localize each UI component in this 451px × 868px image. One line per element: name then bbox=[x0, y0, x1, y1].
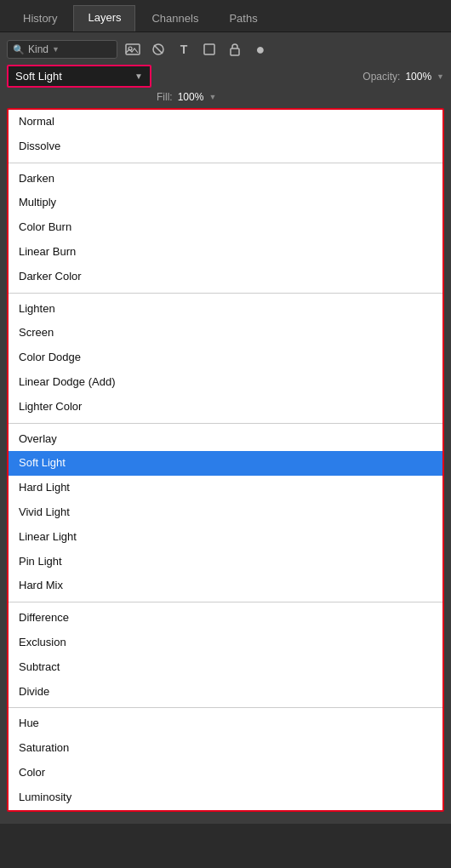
separator-3 bbox=[9, 423, 442, 424]
blend-hard-light[interactable]: Hard Light bbox=[9, 476, 442, 500]
fill-row: Fill: 100% ▼ bbox=[7, 91, 444, 103]
separator-2 bbox=[9, 293, 442, 294]
blend-darken[interactable]: Darken bbox=[9, 167, 442, 191]
separator-1 bbox=[9, 163, 442, 163]
lock-filter-icon[interactable] bbox=[225, 39, 245, 60]
tab-history[interactable]: History bbox=[9, 6, 71, 31]
blend-soft-light[interactable]: Soft Light bbox=[9, 451, 442, 476]
tab-channels[interactable]: Channels bbox=[137, 6, 213, 31]
opacity-controls: Opacity: 100% ▼ bbox=[363, 71, 444, 83]
svg-rect-4 bbox=[204, 44, 214, 54]
blend-subtract[interactable]: Subtract bbox=[9, 655, 442, 680]
opacity-value[interactable]: 100% bbox=[405, 71, 431, 83]
blend-color-burn[interactable]: Color Burn bbox=[9, 215, 442, 240]
blend-multiply[interactable]: Multiply bbox=[9, 191, 442, 215]
search-row: 🔍 Kind ▼ T ● bbox=[7, 39, 444, 60]
blend-mode-menu: Normal Dissolve Darken Multiply Color Bu… bbox=[7, 108, 444, 812]
blend-color[interactable]: Color bbox=[9, 761, 442, 785]
blend-saturation[interactable]: Saturation bbox=[9, 736, 442, 761]
opacity-label: Opacity: bbox=[363, 71, 400, 83]
blend-dissolve[interactable]: Dissolve bbox=[9, 134, 442, 159]
fill-filter-icon[interactable]: ● bbox=[250, 39, 271, 60]
blend-lighter-color[interactable]: Lighter Color bbox=[9, 395, 442, 420]
blend-exclusion[interactable]: Exclusion bbox=[9, 631, 442, 655]
blend-linear-burn[interactable]: Linear Burn bbox=[9, 240, 442, 265]
blend-linear-light[interactable]: Linear Light bbox=[9, 525, 442, 550]
separator-5 bbox=[9, 707, 442, 708]
blend-divide[interactable]: Divide bbox=[9, 680, 442, 705]
fill-arrow: ▼ bbox=[208, 93, 216, 101]
tab-paths[interactable]: Paths bbox=[214, 6, 271, 31]
search-icon: 🔍 bbox=[13, 44, 25, 55]
layers-panel: 🔍 Kind ▼ T ● Soft Light ▼ Opacity: 100% … bbox=[0, 32, 451, 824]
blend-lighten[interactable]: Lighten bbox=[9, 297, 442, 322]
blend-opacity-group: Soft Light ▼ Opacity: 100% ▼ bbox=[7, 65, 444, 88]
image-filter-icon[interactable] bbox=[123, 39, 143, 60]
blend-vivid-light[interactable]: Vivid Light bbox=[9, 500, 442, 525]
search-label: Kind bbox=[28, 43, 49, 55]
text-filter-icon[interactable]: T bbox=[174, 39, 194, 60]
blend-luminosity[interactable]: Luminosity bbox=[9, 785, 442, 810]
separator-4 bbox=[9, 602, 442, 602]
dropdown-arrow: ▼ bbox=[134, 71, 143, 81]
search-box[interactable]: 🔍 Kind ▼ bbox=[7, 40, 117, 59]
blend-overlay[interactable]: Overlay bbox=[9, 427, 442, 452]
blend-pin-light[interactable]: Pin Light bbox=[9, 550, 442, 574]
blend-hue[interactable]: Hue bbox=[9, 711, 442, 736]
blend-mode-label: Soft Light bbox=[15, 70, 62, 83]
fill-value[interactable]: 100% bbox=[178, 91, 204, 103]
layer-canvas bbox=[0, 824, 451, 868]
blend-darker-color[interactable]: Darker Color bbox=[9, 265, 442, 289]
svg-rect-5 bbox=[231, 49, 239, 55]
search-chevron: ▼ bbox=[52, 45, 60, 54]
blend-difference[interactable]: Difference bbox=[9, 606, 442, 631]
shape-filter-icon[interactable] bbox=[199, 39, 220, 60]
blend-color-dodge[interactable]: Color Dodge bbox=[9, 345, 442, 370]
tab-bar: History Layers Channels Paths bbox=[0, 0, 451, 32]
blend-screen[interactable]: Screen bbox=[9, 321, 442, 345]
blend-mode-dropdown[interactable]: Soft Light ▼ bbox=[7, 65, 151, 88]
blend-hard-mix[interactable]: Hard Mix bbox=[9, 574, 442, 598]
opacity-arrow: ▼ bbox=[437, 72, 444, 81]
blend-normal[interactable]: Normal bbox=[9, 110, 442, 134]
fill-label: Fill: bbox=[157, 91, 173, 103]
svg-line-3 bbox=[154, 45, 163, 54]
tab-layers[interactable]: Layers bbox=[73, 5, 135, 31]
blend-linear-dodge[interactable]: Linear Dodge (Add) bbox=[9, 370, 442, 395]
circle-slash-icon[interactable] bbox=[148, 39, 168, 60]
